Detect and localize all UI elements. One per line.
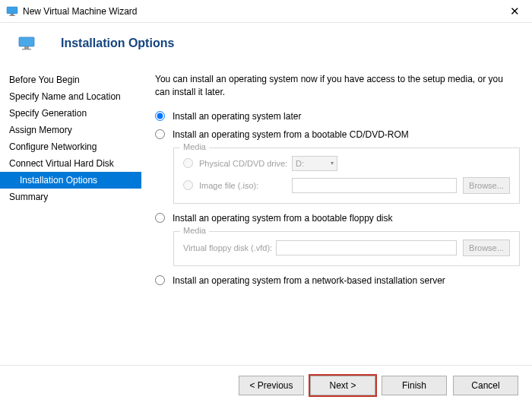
radio-label: Install an operating system from a boota…: [173, 213, 393, 224]
sidebar-item-assign-memory[interactable]: Assign Memory: [0, 122, 141, 138]
physical-drive-row: Physical CD/DVD drive: D: ▾: [183, 156, 510, 171]
radio-label: Install an operating system from a boota…: [173, 129, 409, 140]
image-file-label: Image file (.iso):: [199, 181, 292, 190]
svg-rect-2: [9, 15, 15, 16]
svg-rect-0: [7, 7, 17, 14]
svg-rect-1: [11, 14, 14, 15]
page-header: Installation Options: [0, 23, 532, 62]
svg-rect-3: [19, 37, 34, 46]
wizard-footer: < Previous Next > Finish Cancel: [0, 365, 532, 403]
physical-drive-dropdown: D: ▾: [292, 156, 337, 171]
media-group-floppy: Media Virtual floppy disk (.vfd): Browse…: [173, 231, 520, 266]
browse-iso-button: Browse...: [463, 177, 510, 194]
content-area: Before You Begin Specify Name and Locati…: [0, 62, 532, 365]
sidebar-item-label: Connect Virtual Hard Disk: [9, 158, 114, 169]
option-install-cddvd[interactable]: Install an operating system from a boota…: [155, 129, 520, 140]
radio-install-later[interactable]: [155, 111, 165, 121]
wizard-steps-sidebar: Before You Begin Specify Name and Locati…: [0, 62, 141, 365]
physical-drive-label: Physical CD/DVD drive:: [199, 159, 292, 168]
sidebar-item-installation-options[interactable]: Installation Options: [0, 172, 141, 189]
sidebar-item-configure-networking[interactable]: Configure Networking: [0, 138, 141, 155]
sidebar-item-label: Assign Memory: [9, 125, 72, 135]
sidebar-item-before-you-begin[interactable]: Before You Begin: [0, 71, 141, 88]
next-button[interactable]: Next >: [310, 376, 375, 395]
radio-physical-drive: [183, 158, 193, 168]
radio-install-network[interactable]: [155, 275, 165, 285]
sidebar-item-label: Before You Begin: [9, 75, 80, 85]
previous-button[interactable]: < Previous: [239, 376, 304, 395]
main-panel: You can install an operating system now …: [141, 62, 532, 365]
image-file-input: [292, 178, 457, 193]
sidebar-item-label: Specify Generation: [9, 108, 87, 119]
sidebar-item-summary[interactable]: Summary: [0, 189, 141, 205]
sidebar-item-specify-name[interactable]: Specify Name and Location: [0, 88, 141, 105]
sidebar-item-label: Summary: [9, 192, 48, 202]
media-group-cddvd: Media Physical CD/DVD drive: D: ▾ Image …: [173, 148, 520, 204]
window-title: New Virtual Machine Wizard: [23, 6, 503, 17]
intro-text: You can install an operating system now …: [155, 73, 520, 99]
image-file-row: Image file (.iso): Browse...: [183, 177, 510, 194]
chevron-down-icon: ▾: [331, 160, 334, 167]
sidebar-item-label: Specify Name and Location: [9, 91, 121, 102]
floppy-input: [276, 240, 457, 255]
radio-label: Install an operating system from a netwo…: [173, 275, 445, 286]
header-icon: [18, 35, 35, 52]
dropdown-value: D:: [296, 159, 304, 168]
browse-vfd-button: Browse...: [463, 240, 510, 256]
option-install-network[interactable]: Install an operating system from a netwo…: [155, 275, 520, 286]
radio-install-floppy[interactable]: [155, 213, 165, 223]
page-title: Installation Options: [61, 36, 174, 50]
floppy-label: Virtual floppy disk (.vfd):: [183, 243, 276, 252]
radio-install-cddvd[interactable]: [155, 129, 165, 139]
title-bar: New Virtual Machine Wizard ✕: [0, 0, 532, 23]
finish-button[interactable]: Finish: [382, 376, 447, 395]
option-install-floppy[interactable]: Install an operating system from a boota…: [155, 213, 520, 224]
radio-image-file: [183, 180, 193, 190]
sidebar-item-label: Configure Networking: [9, 141, 97, 152]
close-icon[interactable]: ✕: [503, 5, 526, 18]
sidebar-item-specify-generation[interactable]: Specify Generation: [0, 105, 141, 122]
app-icon: [6, 5, 18, 17]
media-legend: Media: [180, 226, 209, 235]
sidebar-item-connect-vhd[interactable]: Connect Virtual Hard Disk: [0, 155, 141, 172]
cancel-button[interactable]: Cancel: [453, 376, 518, 395]
media-legend: Media: [180, 142, 209, 151]
radio-label: Install an operating system later: [173, 111, 301, 122]
option-install-later[interactable]: Install an operating system later: [155, 111, 520, 122]
svg-rect-5: [22, 49, 31, 50]
svg-rect-4: [24, 46, 29, 49]
sidebar-item-label: Installation Options: [20, 175, 97, 186]
floppy-row: Virtual floppy disk (.vfd): Browse...: [183, 240, 510, 256]
